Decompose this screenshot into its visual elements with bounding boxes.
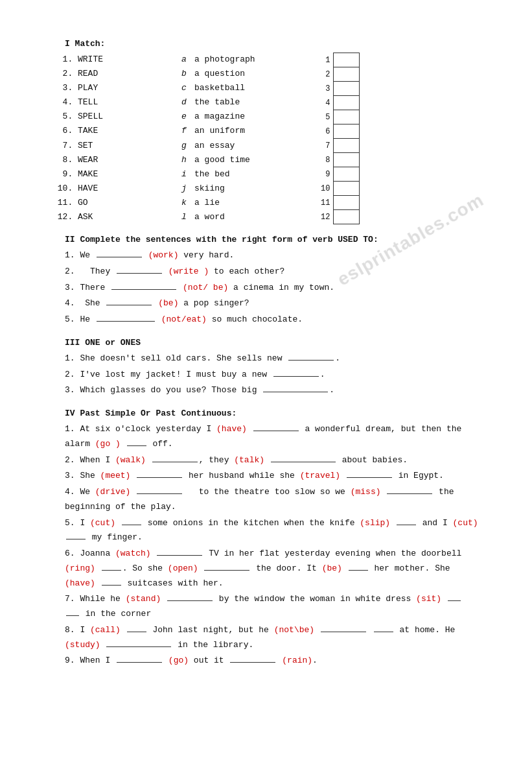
match-letter: k <box>181 196 192 210</box>
phrase-item: aa photograph <box>181 53 298 67</box>
verb-item: HAVE <box>78 182 168 196</box>
section-one-ones: III ONE or ONES 1. She doesn't sell old … <box>65 338 480 398</box>
match-phrase: skiing <box>194 182 225 196</box>
match-letter: g <box>181 139 192 153</box>
phrase-item: ha good time <box>181 153 298 167</box>
match-container: WRITEREADPLAYTELLSPELLTAKESETWEARMAKEHAV… <box>65 53 480 224</box>
answer-row-number: 3 <box>318 82 333 96</box>
phrase-item: ba question <box>181 67 298 81</box>
match-phrase: a lie <box>194 196 220 210</box>
answer-box[interactable] <box>333 124 359 139</box>
answer-box[interactable] <box>333 53 359 67</box>
match-letter: a <box>181 53 192 67</box>
match-phrases: aa photographba questioncbasketballdthe … <box>181 53 298 224</box>
match-phrase: a photograph <box>194 53 255 67</box>
verb-item: WEAR <box>78 153 168 167</box>
answer-box[interactable] <box>333 96 359 110</box>
section-used-to: II Complete the sentences with the right… <box>65 235 480 327</box>
answer-row-number: 9 <box>318 167 333 182</box>
section2-sentences: 1. We (work) very hard. 2. They (write )… <box>65 248 480 327</box>
verb-item: ASK <box>78 210 168 224</box>
section1-title: I Match: <box>65 39 480 49</box>
answer-box[interactable] <box>333 82 359 96</box>
match-letter: i <box>181 167 192 182</box>
match-letter: h <box>181 153 192 167</box>
answer-box[interactable] <box>333 67 359 82</box>
section2-title: II Complete the sentences with the right… <box>65 235 480 244</box>
answer-row-number: 7 <box>318 139 333 153</box>
verb-item: TELL <box>78 95 168 110</box>
match-letter: f <box>181 124 192 138</box>
match-letter: l <box>181 210 192 224</box>
answer-row-number: 6 <box>318 124 333 139</box>
match-letter: c <box>181 81 192 95</box>
answer-box[interactable] <box>333 167 359 182</box>
section4-title: IV Past Simple Or Past Continuous: <box>65 409 480 418</box>
match-phrase: a good time <box>194 153 250 167</box>
match-phrase: a magazine <box>194 110 245 124</box>
match-phrase: the table <box>194 95 240 110</box>
match-letter: d <box>181 95 192 110</box>
answer-box[interactable] <box>333 110 359 124</box>
match-phrase: basketball <box>194 81 245 95</box>
match-phrase: a word <box>194 210 225 224</box>
answer-row-number: 10 <box>318 182 333 196</box>
answer-box[interactable] <box>333 182 359 196</box>
match-phrase: an uniform <box>194 124 245 138</box>
answer-row-number: 2 <box>318 67 333 82</box>
verb-item: MAKE <box>78 167 168 182</box>
answer-box[interactable] <box>333 196 359 210</box>
answer-row-number: 11 <box>318 196 333 210</box>
verb-item: SPELL <box>78 110 168 124</box>
section3-sentences: 1. She doesn't sell old cars. She sells … <box>65 351 480 398</box>
section-match: I Match: WRITEREADPLAYTELLSPELLTAKESETWE… <box>65 39 480 224</box>
phrase-item: cbasketball <box>181 81 298 95</box>
verb-item: GO <box>78 196 168 210</box>
answer-row-number: 12 <box>318 210 333 224</box>
verb-item: TAKE <box>78 124 168 138</box>
match-letter: j <box>181 182 192 196</box>
answer-row-number: 8 <box>318 153 333 167</box>
match-phrase: a question <box>194 67 245 81</box>
answer-row-number: 4 <box>318 96 333 110</box>
section4-sentences: 1. At six o'clock yesterday I (have) a w… <box>65 422 480 669</box>
match-verbs: WRITEREADPLAYTELLSPELLTAKESETWEARMAKEHAV… <box>65 53 168 224</box>
phrase-item: ithe bed <box>181 167 298 182</box>
phrase-item: gan essay <box>181 139 298 153</box>
match-phrase: the bed <box>194 167 230 182</box>
section3-title: III ONE or ONES <box>65 338 480 348</box>
phrase-item: fan uniform <box>181 124 298 138</box>
answer-row-number: 1 <box>318 53 333 67</box>
answer-box[interactable] <box>333 210 359 224</box>
phrase-item: ka lie <box>181 196 298 210</box>
section-past: IV Past Simple Or Past Continuous: 1. At… <box>65 409 480 669</box>
verb-item: WRITE <box>78 53 168 67</box>
match-phrase: an essay <box>194 139 235 153</box>
verb-item: PLAY <box>78 81 168 95</box>
phrase-item: jskiing <box>181 182 298 196</box>
verb-item: SET <box>78 139 168 153</box>
answer-row-number: 5 <box>318 110 333 124</box>
phrase-item: ea magazine <box>181 110 298 124</box>
answer-table: 123456789101112 <box>318 53 360 224</box>
answer-box[interactable] <box>333 153 359 167</box>
verb-item: READ <box>78 67 168 81</box>
phrase-item: la word <box>181 210 298 224</box>
phrase-item: dthe table <box>181 95 298 110</box>
answer-box[interactable] <box>333 139 359 153</box>
match-letter: b <box>181 67 192 81</box>
match-letter: e <box>181 110 192 124</box>
